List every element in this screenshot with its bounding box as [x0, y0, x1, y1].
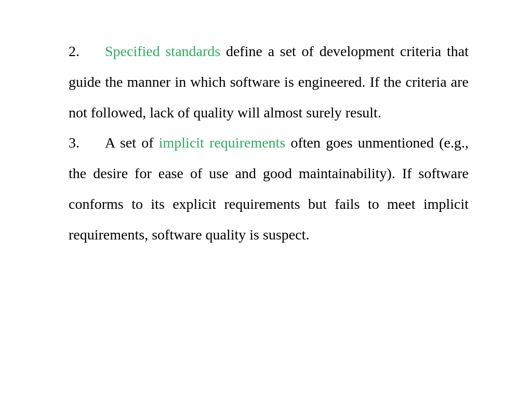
item-number-3: 3.	[69, 128, 105, 158]
paragraph-item3: 3.A set of implicit requirements often g…	[69, 128, 469, 250]
item3-text: often goes unmentioned (e.g., the desire…	[69, 135, 469, 242]
specified-standards-highlight: Specified standards	[105, 43, 220, 59]
paragraph-item2: 2.Specified standards define a set of de…	[69, 36, 469, 128]
implicit-requirements-highlight: implicit requirements	[159, 135, 286, 151]
item3-intro: A set of	[105, 135, 159, 151]
main-content: 2.Specified standards define a set of de…	[63, 0, 469, 250]
item-number-2: 2.	[69, 36, 105, 67]
